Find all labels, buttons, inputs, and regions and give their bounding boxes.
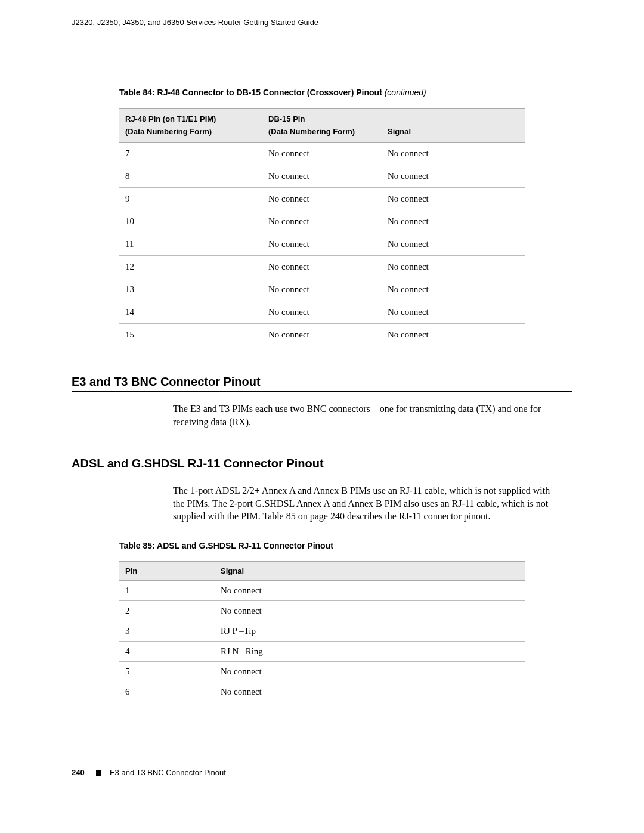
table84-db15-cell: No connect [262, 278, 382, 301]
footer-square-icon [96, 770, 101, 776]
table-row: 10No connectNo connect [119, 210, 525, 233]
page-number: 240 [72, 768, 85, 777]
table84-pin-cell: 7 [119, 143, 262, 165]
table-row: 3RJ P –Tip [119, 621, 525, 641]
table85-pin-cell: 5 [119, 661, 215, 682]
table85-col2-header: Signal [215, 561, 525, 580]
table84: RJ-48 Pin (on T1/E1 PIM) (Data Numbering… [119, 108, 525, 346]
table84-db15-cell: No connect [262, 143, 382, 165]
section-e3t3-heading: E3 and T3 BNC Connector Pinout [72, 375, 572, 392]
table84-col3-label: Signal [388, 127, 411, 136]
table85-signal-cell: RJ N –Ring [215, 641, 525, 661]
table85-pin-cell: 4 [119, 641, 215, 661]
table-row: 9No connectNo connect [119, 188, 525, 210]
section-adsl-heading: ADSL and G.SHDSL RJ-11 Connector Pinout [72, 457, 572, 473]
table-row: 13No connectNo connect [119, 278, 525, 301]
table84-signal-cell: No connect [382, 165, 525, 188]
table85-pin-cell: 3 [119, 621, 215, 641]
table84-pin-cell: 8 [119, 165, 262, 188]
table85-pin-cell: 1 [119, 580, 215, 600]
table-row: 6No connect [119, 682, 525, 702]
table-row: 14No connectNo connect [119, 301, 525, 324]
table85: Pin Signal 1No connect2No connect3RJ P –… [119, 561, 525, 702]
table85-signal-cell: RJ P –Tip [215, 621, 525, 641]
table-row: 1No connect [119, 580, 525, 600]
table84-signal-cell: No connect [382, 188, 525, 210]
table85-signal-cell: No connect [215, 661, 525, 682]
table85-signal-cell: No connect [215, 580, 525, 600]
table84-col2-line2: (Data Numbering Form) [268, 127, 376, 136]
running-header: J2320, J2350, J4350, and J6350 Services … [72, 18, 572, 34]
table84-signal-cell: No connect [382, 256, 525, 278]
table-row: 7No connectNo connect [119, 143, 525, 165]
table-row: 12No connectNo connect [119, 256, 525, 278]
table85-body: 1No connect2No connect3RJ P –Tip4RJ N –R… [119, 580, 525, 702]
table84-db15-cell: No connect [262, 324, 382, 346]
table84-pin-cell: 11 [119, 233, 262, 256]
table-row: 5No connect [119, 661, 525, 682]
table84-db15-cell: No connect [262, 188, 382, 210]
table84-pin-cell: 9 [119, 188, 262, 210]
table84-signal-cell: No connect [382, 143, 525, 165]
table85-caption: Table 85: ADSL and G.SHDSL RJ-11 Connect… [119, 541, 572, 550]
table84-pin-cell: 15 [119, 324, 262, 346]
table84-pin-cell: 12 [119, 256, 262, 278]
table84-col3-header: Signal [382, 109, 525, 143]
table84-caption-main: Table 84: RJ-48 Connector to DB-15 Conne… [119, 88, 382, 97]
table84-col2-header: DB-15 Pin (Data Numbering Form) [262, 109, 382, 143]
table-row: 15No connectNo connect [119, 324, 525, 346]
table84-signal-cell: No connect [382, 278, 525, 301]
page-footer: 240 E3 and T3 BNC Connector Pinout [72, 768, 572, 777]
table-row: 4RJ N –Ring [119, 641, 525, 661]
table85-pin-cell: 2 [119, 600, 215, 621]
table84-db15-cell: No connect [262, 233, 382, 256]
table84-body: 7No connectNo connect8No connectNo conne… [119, 143, 525, 346]
table84-signal-cell: No connect [382, 210, 525, 233]
table84-db15-cell: No connect [262, 256, 382, 278]
table84-col1-header: RJ-48 Pin (on T1/E1 PIM) (Data Numbering… [119, 109, 262, 143]
table84-caption: Table 84: RJ-48 Connector to DB-15 Conne… [119, 88, 572, 97]
table84-pin-cell: 14 [119, 301, 262, 324]
table84-pin-cell: 10 [119, 210, 262, 233]
table85-col1-header: Pin [119, 561, 215, 580]
table-row: 8No connectNo connect [119, 165, 525, 188]
table84-pin-cell: 13 [119, 278, 262, 301]
table84-db15-cell: No connect [262, 301, 382, 324]
table84-db15-cell: No connect [262, 210, 382, 233]
table84-signal-cell: No connect [382, 233, 525, 256]
table-row: 11No connectNo connect [119, 233, 525, 256]
table84-col1-line1: RJ-48 Pin (on T1/E1 PIM) [125, 114, 216, 123]
section-adsl-body: The 1-port ADSL 2/2+ Annex A and Annex B… [173, 484, 555, 523]
table85-signal-cell: No connect [215, 682, 525, 702]
table85-signal-cell: No connect [215, 600, 525, 621]
section-e3t3-body: The E3 and T3 PIMs each use two BNC conn… [173, 402, 555, 428]
footer-section: E3 and T3 BNC Connector Pinout [110, 768, 226, 777]
table-row: 2No connect [119, 600, 525, 621]
table84-signal-cell: No connect [382, 324, 525, 346]
table84-col1-line2: (Data Numbering Form) [125, 127, 256, 136]
table84-signal-cell: No connect [382, 301, 525, 324]
table84-col2-line1: DB-15 Pin [268, 114, 305, 123]
table84-caption-continued: (continued) [382, 88, 426, 97]
table84-db15-cell: No connect [262, 165, 382, 188]
table85-pin-cell: 6 [119, 682, 215, 702]
